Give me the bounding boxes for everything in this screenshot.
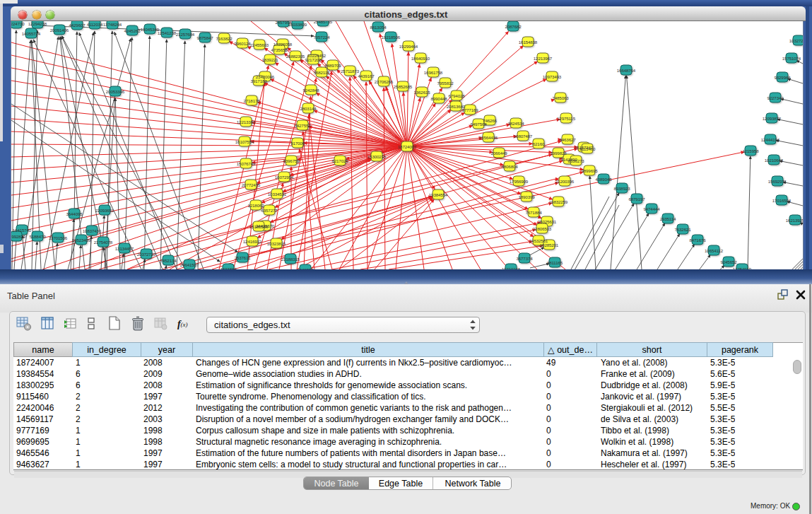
svg-text:9777169: 9777169 [461,107,478,112]
svg-text:746266: 746266 [483,118,497,123]
svg-text:5188470: 5188470 [29,234,46,239]
svg-text:3824534: 3824534 [507,121,524,126]
svg-text:2087682: 2087682 [505,24,522,29]
svg-text:7632621: 7632621 [674,227,691,232]
svg-text:22093651: 22093651 [95,208,114,213]
svg-text:16033809: 16033809 [288,22,307,27]
svg-text:24641507: 24641507 [180,262,199,267]
svg-text:19523409: 19523409 [72,238,91,243]
svg-text:19285201: 19285201 [540,243,559,247]
svg-text:2803144: 2803144 [300,106,317,111]
svg-text:15076749: 15076749 [237,161,256,166]
svg-text:13045349: 13045349 [141,27,160,32]
svg-text:2537611: 2537611 [235,255,251,260]
svg-text:8811165: 8811165 [547,260,563,265]
svg-text:7357224: 7357224 [313,35,330,40]
svg-text:16961758: 16961758 [424,70,443,75]
svg-text:8813054: 8813054 [370,25,387,30]
svg-text:8489709: 8489709 [324,63,341,68]
svg-text:6794028: 6794028 [448,93,465,98]
svg-text:12444194: 12444194 [761,137,780,142]
svg-text:7671884: 7671884 [525,210,542,215]
svg-text:62160: 62160 [533,141,545,146]
svg-text:4112034: 4112034 [87,22,103,27]
svg-text:12213967: 12213967 [534,56,553,61]
svg-text:16107554: 16107554 [235,139,254,144]
svg-text:17016504: 17016504 [772,198,792,203]
svg-text:8990448: 8990448 [430,96,447,101]
svg-text:10710248: 10710248 [502,267,521,270]
svg-text:10973493: 10973493 [543,74,562,79]
svg-text:16154838: 16154838 [519,40,538,45]
svg-text:7163822: 7163822 [216,36,233,41]
svg-text:13226058: 13226058 [273,42,293,47]
svg-text:15180586: 15180586 [249,224,269,229]
svg-text:1999828: 1999828 [550,151,567,156]
svg-text:1839221: 1839221 [261,57,278,62]
svg-text:22806503: 22806503 [533,226,552,231]
svg-text:13701506: 13701506 [49,235,68,240]
svg-text:19218506: 19218506 [382,35,401,40]
svg-text:7485063: 7485063 [552,95,569,100]
svg-text:10837430: 10837430 [83,228,102,233]
svg-text:15692971: 15692971 [768,179,787,184]
svg-text:23564436: 23564436 [479,135,498,140]
svg-text:16415740: 16415740 [13,228,32,233]
svg-text:13748244: 13748244 [103,22,122,27]
svg-text:8471676: 8471676 [689,238,706,243]
svg-text:8938923: 8938923 [613,186,630,191]
svg-text:2066449: 2066449 [490,151,507,156]
svg-text:9474444: 9474444 [643,206,660,211]
svg-text:9245652: 9245652 [720,259,737,264]
svg-text:12093872: 12093872 [763,116,782,121]
svg-text:8396759: 8396759 [283,158,300,163]
svg-text:2718176: 2718176 [243,98,260,103]
svg-text:10334531: 10334531 [268,192,287,197]
svg-text:19299464: 19299464 [399,44,418,49]
svg-text:20772475: 20772475 [242,182,261,187]
svg-text:15300215: 15300215 [367,154,387,159]
svg-text:16213925: 16213925 [786,218,803,223]
svg-text:23188315: 23188315 [281,257,300,262]
svg-text:8806804: 8806804 [501,164,518,169]
svg-text:7452134: 7452134 [160,258,177,263]
svg-text:9960124: 9960124 [234,41,251,46]
svg-text:9899695: 9899695 [581,168,598,173]
svg-text:9242848: 9242848 [302,88,319,93]
svg-text:9217207: 9217207 [305,57,322,62]
svg-text:10210643: 10210643 [765,158,784,163]
svg-text:16072954: 16072954 [275,175,294,180]
svg-text:9329966: 9329966 [774,75,791,80]
svg-text:4389045: 4389045 [595,177,612,182]
svg-text:8336273: 8336273 [567,158,584,163]
svg-text:20091406: 20091406 [50,28,69,33]
svg-text:12213383: 12213383 [237,119,256,124]
svg-text:10654112: 10654112 [705,248,724,253]
svg-text:25711873: 25711873 [341,69,360,74]
svg-text:19832259: 19832259 [549,199,568,204]
svg-text:3677374: 3677374 [516,256,533,261]
svg-text:4735650: 4735650 [271,47,288,52]
svg-text:20053346: 20053346 [106,89,125,94]
svg-text:21257684: 21257684 [176,32,195,37]
svg-text:12294238: 12294238 [28,21,47,26]
svg-text:3644095: 3644095 [66,211,83,216]
svg-text:10327246: 10327246 [789,38,803,43]
svg-text:3917183: 3917183 [250,78,267,83]
svg-text:8224730: 8224730 [11,21,25,26]
svg-text:5682115: 5682115 [314,70,330,75]
svg-text:12541238: 12541238 [158,30,177,35]
svg-text:9115460: 9115460 [579,146,596,151]
svg-text:3333883: 3333883 [220,267,237,270]
svg-text:9227342: 9227342 [767,95,784,100]
svg-text:2935114: 2935114 [660,216,676,221]
svg-text:23706266: 23706266 [375,79,394,84]
svg-text:1362615: 1362615 [413,90,430,95]
svg-text:13134457: 13134457 [115,246,134,251]
svg-text:16648764: 16648764 [617,68,636,73]
svg-text:1215958: 1215958 [742,148,759,153]
svg-text:12975115: 12975115 [557,116,576,121]
svg-text:917006: 917006 [290,141,305,146]
svg-text:22455603: 22455603 [250,42,269,47]
svg-text:21200396: 21200396 [555,179,575,184]
